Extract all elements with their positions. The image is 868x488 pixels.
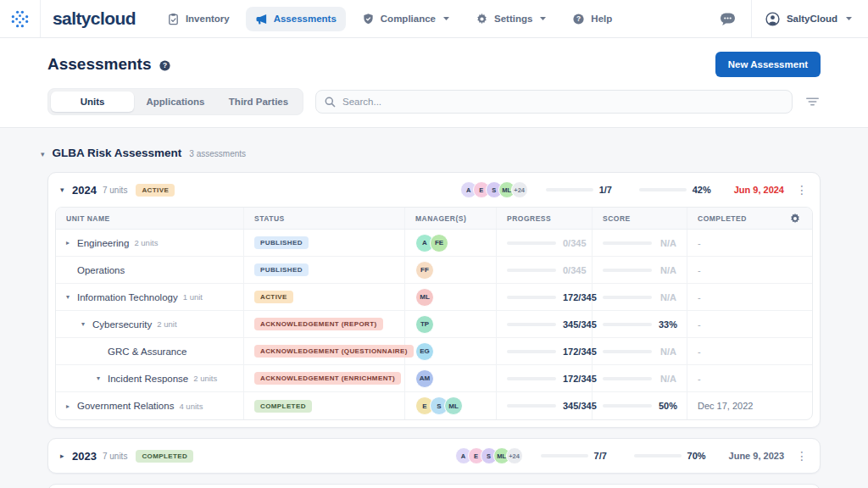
app-logo[interactable] (0, 0, 41, 37)
table-row[interactable]: ▾ Incident Response 2 units ACKNOWLEDGEM… (56, 365, 812, 392)
table-row[interactable]: ▸ Government Relations 4 units COMPLETED… (56, 392, 812, 419)
top-nav: saltycloud Inventory Assessments Complia… (0, 0, 868, 38)
row-actions-cell (777, 284, 812, 310)
unit-name: Cybersecurity (92, 319, 152, 330)
completed-date: - (698, 374, 701, 384)
unit-name: Engineering (77, 238, 129, 248)
row-actions-cell (777, 338, 812, 364)
column-header-status[interactable]: STATUS (244, 208, 405, 229)
avatar: FF (415, 261, 434, 280)
nav-item-assessments[interactable]: Assessments (246, 7, 346, 31)
completed-date: - (698, 292, 701, 302)
due-date: June 9, 2023 (723, 451, 784, 461)
progress-label: 345/345 (563, 401, 597, 411)
megaphone-icon (255, 13, 268, 25)
group-count: 3 assessments (189, 149, 246, 158)
row-collapse-caret[interactable]: ▸ (66, 239, 77, 247)
column-header-completed[interactable]: COMPLETED (687, 208, 777, 229)
nav-item-label: Compliance (381, 14, 436, 24)
column-header-manager-s-[interactable]: MANAGER(S) (405, 208, 497, 229)
svg-text:?: ? (162, 61, 166, 69)
unit-name-cell: ▸ Government Relations 4 units (56, 392, 244, 419)
filter-icon[interactable] (804, 94, 821, 109)
status-cell: ACKNOWLEDGEMENT (ENRICHMENT) (244, 365, 405, 391)
brand-wordmark: saltycloud (53, 8, 136, 29)
score-cell: 50% (593, 392, 687, 419)
table-row[interactable]: ▾ Cybersecurity 2 unit ACKNOWLEDGEMENT (… (56, 311, 812, 338)
nav-item-help[interactable]: ? Help (563, 7, 621, 31)
progress-label: 172/345 (563, 347, 597, 357)
table-row[interactable]: GRC & Assurance ACKNOWLEDGEMENT (QUESTIO… (56, 338, 812, 365)
score-label: 70% (687, 451, 709, 461)
progress-track (546, 188, 593, 191)
search-input[interactable] (342, 97, 783, 107)
row-collapse-caret[interactable]: ▾ (97, 374, 108, 382)
table-settings-gear-icon[interactable] (777, 208, 812, 229)
search-box[interactable] (315, 90, 793, 114)
title-help-icon[interactable]: ? (159, 59, 171, 72)
managers-cell: AM (405, 365, 497, 391)
avatar: ML (415, 288, 434, 307)
nav-item-compliance[interactable]: Compliance (353, 7, 459, 31)
row-collapse-caret[interactable]: ▾ (81, 320, 92, 328)
status-cell: PUBLISHED (244, 230, 405, 256)
logo-icon (10, 9, 30, 29)
user-menu[interactable]: SaltyCloud (752, 12, 868, 26)
column-header-score[interactable]: SCORE (593, 208, 687, 229)
avatar: ML (444, 396, 463, 415)
main-nav: Inventory Assessments Compliance Setting… (158, 7, 621, 31)
table-row[interactable]: ▾ Information Technology 1 unit ACTIVE M… (56, 284, 812, 311)
assessment-group-header: ▾ GLBA Risk Assessment 3 assessments (41, 147, 821, 159)
column-header-progress[interactable]: PROGRESS (497, 208, 593, 229)
managers-cell: EG (405, 338, 497, 364)
card-collapse-caret[interactable]: ▸ (60, 452, 72, 460)
shield-icon (362, 13, 375, 25)
completed-date: - (698, 265, 701, 275)
unit-name-cell: ▸ Engineering 2 units (56, 230, 244, 256)
progress-cell: 0/345 (497, 230, 593, 256)
table-row[interactable]: ▸ Engineering 2 units PUBLISHED A FE 0/3… (56, 230, 812, 257)
manager-avatars: FF (415, 261, 434, 280)
status-badge: COMPLETED (254, 400, 312, 413)
chat-icon[interactable] (720, 12, 736, 26)
row-menu-icon[interactable]: ⋮ (796, 449, 808, 463)
assessment-card-header[interactable]: ▸ 2022 7 units COMPLETED A E S ML +99 7/… (48, 485, 820, 488)
group-collapse-caret[interactable]: ▾ (41, 150, 45, 158)
unit-subcount: 4 units (179, 402, 203, 411)
clipboard-icon (167, 13, 180, 25)
progress-track (541, 454, 588, 458)
row-menu-icon[interactable]: ⋮ (796, 183, 808, 197)
row-collapse-caret[interactable]: ▾ (66, 293, 77, 301)
score-cell: N/A (593, 365, 687, 391)
nav-item-inventory[interactable]: Inventory (158, 7, 239, 31)
column-header-unit-name[interactable]: UNIT NAME (56, 208, 244, 229)
tab-applications[interactable]: Applications (134, 92, 217, 112)
score-track (639, 188, 687, 191)
nav-item-label: Assessments (274, 14, 337, 24)
avatar-overflow-count: +24 (511, 181, 528, 198)
unit-name-cell: GRC & Assurance (56, 338, 244, 364)
unit-name-cell: ▾ Information Technology 1 unit (56, 284, 244, 310)
nav-item-settings[interactable]: Settings (466, 7, 556, 31)
status-cell: ACTIVE (244, 284, 405, 310)
units-table: UNIT NAME STATUS MANAGER(S) PROGRESS SCO… (55, 207, 813, 420)
new-assessment-button[interactable]: New Assessment (715, 52, 821, 77)
card-collapse-caret[interactable]: ▾ (60, 186, 72, 194)
status-cell: COMPLETED (244, 392, 405, 419)
user-avatar-icon (765, 12, 780, 26)
manager-avatars: EG (415, 342, 434, 361)
unit-name-cell: ▾ Incident Response 2 units (56, 365, 244, 391)
manager-avatars: E S ML (415, 396, 463, 415)
group-title: GLBA Risk Assessment (53, 147, 182, 159)
assessment-card-header[interactable]: ▾ 2024 7 units ACTIVE A E S ML +24 1/7 4… (48, 173, 820, 207)
progress-label: 7/7 (594, 451, 616, 461)
tab-third-parties[interactable]: Third Parties (217, 92, 300, 112)
table-row[interactable]: Operations PUBLISHED FF 0/345 N/A - (56, 257, 812, 284)
assessment-card-header[interactable]: ▸ 2023 7 units COMPLETED A E S ML +24 7/… (48, 439, 820, 473)
chevron-down-icon (442, 15, 450, 22)
tab-units[interactable]: Units (51, 92, 134, 112)
completed-cell: - (687, 311, 777, 337)
row-collapse-caret[interactable]: ▸ (66, 402, 77, 410)
score-label: 50% (659, 401, 677, 411)
row-actions-cell (777, 257, 812, 283)
